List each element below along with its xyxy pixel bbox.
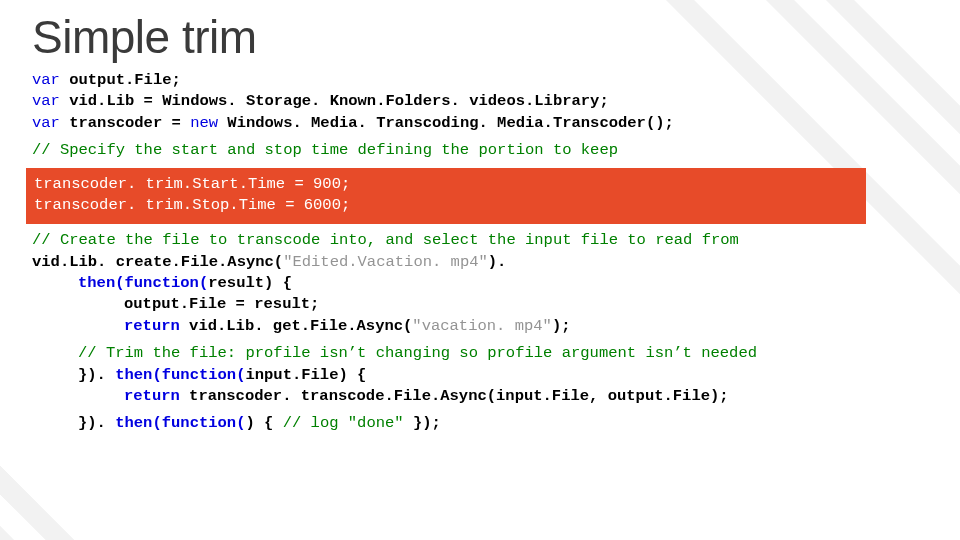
code-block: var output.File; var vid.Lib = Windows. … [32, 70, 928, 435]
slide-title: Simple trim [32, 10, 928, 64]
code-comment-1: // Specify the start and stop time defin… [32, 140, 928, 161]
highlight-line-1: transcoder. trim.Start.Time = 900; [34, 174, 858, 195]
slide-content: Simple trim var output.File; var vid.Lib… [0, 0, 960, 435]
code-line-6: output.File = result; [32, 294, 928, 315]
code-line-9: return transcoder. transcode.File.Async(… [32, 386, 928, 407]
code-line-7: return vid.Lib. get.File.Async("vacation… [32, 316, 928, 337]
code-line-4: vid.Lib. create.File.Async("Edited.Vacat… [32, 252, 928, 273]
title-word2: trim [182, 11, 257, 63]
code-line-2: var vid.Lib = Windows. Storage. Known.Fo… [32, 91, 928, 112]
svg-line-3 [0, 420, 180, 540]
code-line-5: then(function(result) { [32, 273, 928, 294]
svg-line-4 [0, 480, 120, 540]
highlight-block: transcoder. trim.Start.Time = 900; trans… [26, 168, 866, 225]
code-line-3: var transcoder = new Windows. Media. Tra… [32, 113, 928, 134]
code-line-10: }). then(function() { // log "done" }); [32, 413, 928, 434]
code-comment-2: // Create the file to transcode into, an… [32, 230, 928, 251]
code-comment-3: // Trim the file: profile isn’t changing… [32, 343, 928, 364]
code-line-1: var output.File; [32, 70, 928, 91]
code-line-8: }). then(function(input.File) { [32, 365, 928, 386]
title-word1: Simple [32, 11, 170, 63]
highlight-line-2: transcoder. trim.Stop.Time = 6000; [34, 195, 858, 216]
